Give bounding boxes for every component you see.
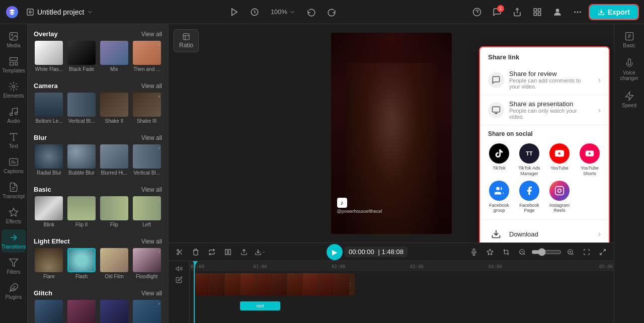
section-light-effect-title: Light Effect [34, 237, 70, 245]
social-item-fb-page[interactable]: Facebook Page [516, 181, 542, 214]
grid-btn[interactable] [529, 4, 545, 20]
share-on-social-label: Share on social [480, 125, 609, 140]
sidebar-label-plugins: Plugins [6, 294, 22, 300]
social-item-youtube[interactable]: YouTube [546, 143, 573, 177]
share-as-presentation-option[interactable]: Share as presentation People can only wa… [480, 95, 609, 125]
basic-view-all[interactable]: View all [141, 186, 162, 193]
sidebar-item-media[interactable]: Media [2, 28, 26, 51]
delete-btn[interactable] [189, 245, 203, 259]
social-item-tiktok[interactable]: TikTok [486, 143, 512, 177]
blur-item-radial[interactable]: Radial Blur [34, 144, 64, 176]
sidebar-item-audio[interactable]: Audio [2, 104, 26, 127]
basic-item-flip[interactable]: Flip [99, 196, 130, 227]
blur-item-blurred-hi[interactable]: Blurred Hi... [99, 144, 130, 176]
svg-point-23 [15, 112, 18, 115]
download-option[interactable]: Download › [480, 219, 609, 243]
sidebar-item-elements[interactable]: Elements [2, 78, 26, 102]
share-btn[interactable] [509, 4, 525, 20]
light-effect-item-flash[interactable]: Flash [66, 248, 97, 279]
undo-btn[interactable] [303, 4, 319, 20]
light-effect-view-all[interactable]: View all [141, 238, 162, 245]
svg-rect-19 [10, 62, 14, 65]
sidebar-item-templates[interactable]: Templates [2, 53, 26, 76]
track-end-icon: ⋮ [348, 282, 353, 287]
timeline-playhead[interactable] [194, 261, 195, 323]
light-effect-item-old-film[interactable]: Old Film [99, 248, 130, 279]
split-btn[interactable] [221, 245, 235, 259]
glitch-view-all[interactable]: View all [141, 290, 162, 297]
social-item-instagram[interactable]: Instagram Reels [546, 181, 573, 214]
fullscreen-btn[interactable] [596, 245, 610, 259]
more-btn[interactable] [570, 4, 586, 20]
avatar-btn[interactable] [549, 4, 566, 20]
zoom-in-tl-btn[interactable] [564, 245, 578, 259]
right-panel-speed[interactable]: Speed [616, 88, 642, 111]
sidebar-item-effects[interactable]: Effects [2, 204, 26, 227]
duplicate-btn[interactable] [205, 245, 219, 259]
glitch-item-color-glit[interactable]: Color Glit... [66, 300, 97, 323]
sidebar-item-plugins[interactable]: Plugins [2, 280, 26, 303]
svg-point-43 [177, 253, 179, 255]
timer-btn[interactable] [247, 4, 263, 20]
camera-item-vertical-bl[interactable]: Vertical Bl... [66, 93, 97, 124]
camera-item-bottom-le[interactable]: Bottom Le... [34, 93, 64, 124]
overlay-view-all[interactable]: View all [141, 31, 162, 38]
overlay-item-black-fade[interactable]: Black Fade [66, 41, 97, 72]
sidebar-item-filters[interactable]: Filters [2, 255, 26, 278]
right-panel-speed-label: Speed [622, 103, 636, 108]
sidebar-item-captions[interactable]: Captions [2, 154, 26, 177]
edit-btn[interactable] [176, 276, 183, 283]
social-item-fb-group[interactable]: Facebook group [486, 181, 512, 214]
help-btn[interactable] [469, 4, 485, 20]
mic-btn[interactable] [467, 245, 481, 259]
right-panel-voice-changer[interactable]: Voice changer [616, 55, 642, 84]
zoom-slider[interactable] [531, 248, 561, 256]
overlay-item-mix[interactable]: Mix [99, 41, 130, 72]
upload-btn[interactable] [237, 245, 251, 259]
zoom-control[interactable]: 100% [267, 6, 299, 18]
glitch-item-strobe[interactable]: › Strobe [131, 300, 162, 323]
comments-btn[interactable]: 1 [489, 4, 505, 20]
svg-point-38 [496, 187, 500, 190]
play-btn-timeline[interactable]: ▶ [327, 244, 343, 260]
sub-track[interactable]: rect [240, 301, 280, 310]
video-track[interactable]: ⋮ [194, 273, 355, 295]
glitch-item-glitch[interactable]: Glitch [99, 300, 130, 323]
fb-group-icon [489, 181, 509, 201]
basic-item-blink[interactable]: Blink [34, 196, 64, 227]
redo-btn[interactable] [324, 4, 340, 20]
share-for-review-option[interactable]: Share for review People can add comments… [480, 65, 609, 95]
social-item-yt-shorts[interactable]: YouTube Shorts [577, 143, 603, 177]
blur-item-vertical-bl2[interactable]: › Vertical Bl... [131, 144, 162, 176]
sidebar-label-text: Text [9, 143, 18, 149]
social-item-tiktok-ads[interactable]: TT TikTok Ads Manager [516, 143, 542, 177]
glitch-item-strobe-ii[interactable]: Strobe II [34, 300, 64, 323]
zoom-out-tl-btn[interactable] [515, 245, 529, 259]
basic-item-left[interactable]: › Left [131, 196, 162, 227]
export-btn[interactable]: Export [590, 5, 638, 19]
overlay-item-then-and[interactable]: › Then and ... [131, 41, 162, 72]
sidebar-item-text[interactable]: Text [2, 129, 26, 152]
camera-item-shake-ii[interactable]: Shake II [99, 93, 130, 124]
svg-line-46 [179, 251, 180, 252]
blur-item-bubble[interactable]: Bubble Blur [66, 144, 97, 176]
light-effect-item-floodlight[interactable]: › Floodlight [131, 248, 162, 279]
camera-item-shake-iii[interactable]: › Shake III [131, 93, 162, 124]
blur-view-all[interactable]: View all [141, 134, 162, 141]
basic-item-flip-ii[interactable]: Flip II [66, 196, 97, 227]
download-tl-btn[interactable] [253, 245, 267, 259]
fit-to-screen-btn[interactable] [580, 245, 594, 259]
effects-tl-btn[interactable] [483, 245, 497, 259]
overlay-item-white-flash[interactable]: White Flas... [34, 41, 64, 72]
sidebar-item-transcript[interactable]: Transcript [2, 179, 26, 202]
volume-btn[interactable] [176, 265, 183, 272]
project-title-btn[interactable]: Untitled project [22, 6, 97, 18]
light-effect-item-flare[interactable]: Flare [34, 248, 64, 279]
ratio-btn[interactable]: Ratio [174, 29, 199, 52]
cut-btn[interactable] [173, 245, 187, 259]
crop-tl-btn[interactable] [499, 245, 513, 259]
play-btn[interactable] [226, 4, 243, 20]
sidebar-item-transitions[interactable]: Transitions [2, 229, 26, 253]
camera-view-all[interactable]: View all [141, 83, 162, 90]
right-panel-basic[interactable]: Basic [616, 28, 642, 51]
